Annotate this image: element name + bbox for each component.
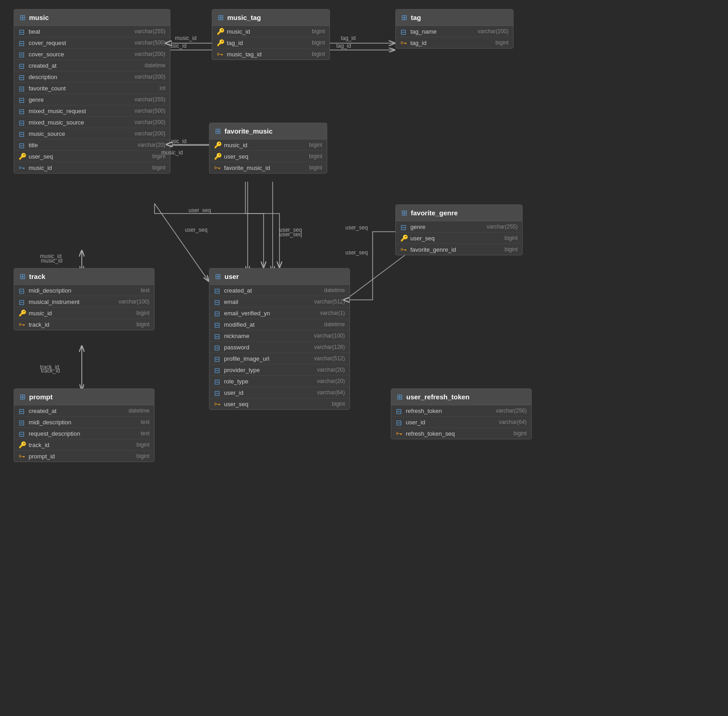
- field-prompt-id-icon: 🗝: [19, 452, 26, 460]
- field-mixed-music-request-icon: ⊟: [19, 107, 26, 114]
- field-track-musical-instrument: ⊟ musical_instrument varchar(100): [14, 296, 154, 308]
- field-title: ⊟ title varchar(20): [14, 139, 170, 151]
- field-cover-source-icon: ⊟: [19, 50, 26, 58]
- table-tag-icon: ⊞: [401, 13, 407, 22]
- field-mixed-music-source-icon: ⊟: [19, 119, 26, 126]
- field-user-modified-at-icon: ⊟: [214, 321, 221, 328]
- field-track-id-icon: 🗝: [19, 321, 26, 328]
- svg-text:user_seq: user_seq: [279, 227, 302, 233]
- field-fg-favorite-genre-id: 🗝 favorite_genre_id bigint: [396, 244, 522, 255]
- field-genre-icon: ⊟: [19, 96, 26, 103]
- field-track-music-id: 🔑 music_id bigint: [14, 308, 154, 319]
- field-prompt-midi-desc-icon: ⊟: [19, 418, 26, 426]
- table-prompt-icon: ⊞: [20, 393, 25, 401]
- field-fg-user-seq-icon: 🔑: [400, 234, 408, 242]
- field-urt-user-id: ⊟ user_id varchar(64): [391, 417, 531, 428]
- field-tag-id: 🗝 tag_id bigint: [396, 37, 513, 48]
- table-user-refresh-token-header: ⊞ user_refresh_token: [391, 389, 531, 405]
- field-prompt-track-id-icon: 🔑: [19, 441, 26, 448]
- field-user-nickname: ⊟ nickname varchar(100): [209, 330, 349, 342]
- svg-text:track_id: track_id: [41, 368, 60, 374]
- field-user-profile-image: ⊟ profile_image_url varchar(512): [209, 353, 349, 364]
- field-created-at-icon: ⊟: [19, 62, 26, 69]
- field-mt-music-tag-id-icon: 🗝: [217, 50, 224, 58]
- field-user-role-type: ⊟ role_type varchar(20): [209, 376, 349, 387]
- svg-text:music_id: music_id: [175, 35, 196, 41]
- svg-text:user_seq: user_seq: [279, 231, 302, 238]
- field-favorite-count-icon: ⊟: [19, 85, 26, 92]
- field-urt-refresh-token-seq-icon: 🗝: [396, 430, 403, 437]
- field-user-user-id: ⊟ user_id varchar(64): [209, 387, 349, 398]
- table-track-icon: ⊞: [20, 272, 25, 281]
- field-user-provider-type: ⊟ provider_type varchar(20): [209, 364, 349, 376]
- table-favorite-music-header: ⊞ favorite_music: [209, 123, 327, 139]
- field-fm-favorite-music-id-icon: 🗝: [214, 164, 221, 171]
- table-favorite-music: ⊞ favorite_music 🔑 music_id bigint 🔑 use…: [209, 123, 327, 174]
- svg-line-9: [345, 252, 409, 300]
- field-fm-user-seq: 🔑 user_seq bigint: [209, 151, 327, 162]
- svg-text:user_seq: user_seq: [345, 249, 368, 256]
- field-fm-user-seq-icon: 🔑: [214, 153, 221, 160]
- field-mt-tag-id: 🔑 tag_id bigint: [212, 37, 329, 49]
- field-prompt-created-at-icon: ⊟: [19, 407, 26, 414]
- field-genre: ⊟ genre varchar(255): [14, 94, 170, 105]
- svg-text:music_id: music_id: [40, 253, 61, 259]
- field-track-id: 🗝 track_id bigint: [14, 319, 154, 330]
- table-music-title: music: [29, 14, 49, 21]
- field-track-musical-instrument-icon: ⊟: [19, 298, 26, 305]
- svg-text:user_seq: user_seq: [189, 207, 211, 214]
- table-user-refresh-token-icon: ⊞: [397, 393, 403, 401]
- diagram-canvas: music_id tag_id music_id user_seq user_s…: [0, 0, 728, 716]
- field-cover-source: ⊟ cover_source varchar(200): [14, 49, 170, 60]
- field-music-user-seq: 🔑 user_seq bigint: [14, 151, 170, 162]
- table-tag: ⊞ tag ⊟ tag_name varchar(200) 🗝 tag_id b…: [395, 9, 514, 49]
- table-music-header: ⊞ music: [14, 10, 170, 26]
- field-music-source-icon: ⊟: [19, 130, 26, 137]
- field-fg-favorite-genre-id-icon: 🗝: [400, 246, 408, 253]
- field-prompt-request-desc-icon: ⊟: [19, 430, 26, 437]
- field-music-id-icon: 🗝: [19, 164, 26, 171]
- field-user-password-icon: ⊟: [214, 343, 221, 351]
- field-urt-refresh-token: ⊟ refresh_token varchar(256): [391, 405, 531, 417]
- table-favorite-music-icon: ⊞: [215, 127, 221, 135]
- field-mt-tag-id-icon: 🔑: [217, 39, 224, 46]
- field-track-midi-desc-icon: ⊟: [19, 287, 26, 294]
- table-tag-title: tag: [411, 14, 421, 21]
- field-user-email: ⊟ email varchar(512): [209, 296, 349, 308]
- table-track: ⊞ track ⊟ midi_description text ⊟ musica…: [14, 268, 155, 330]
- table-favorite-genre-header: ⊞ favorite_genre: [396, 205, 522, 221]
- field-created-at: ⊟ created_at datetime: [14, 60, 170, 71]
- field-beat-icon: ⊟: [19, 28, 26, 35]
- field-music-source: ⊟ music_source varchar(200): [14, 128, 170, 139]
- field-tag-name-icon: ⊟: [400, 28, 408, 35]
- field-prompt-request-desc: ⊟ request_description text: [14, 428, 154, 439]
- table-favorite-genre-title: favorite_genre: [411, 209, 458, 217]
- field-urt-refresh-token-seq: 🗝 refresh_token_seq bigint: [391, 428, 531, 439]
- field-fm-music-id: 🔑 music_id bigint: [209, 139, 327, 151]
- table-track-title: track: [29, 273, 45, 280]
- table-user-header: ⊞ user: [209, 268, 349, 285]
- table-music-tag-icon: ⊞: [218, 13, 224, 22]
- table-music: ⊞ music ⊟ beat varchar(255) ⊟ cover_requ…: [14, 9, 170, 174]
- field-music-id: 🗝 music_id bigint: [14, 162, 170, 173]
- field-mt-music-id-icon: 🔑: [217, 28, 224, 35]
- svg-text:tag_id: tag_id: [336, 43, 351, 49]
- field-title-icon: ⊟: [19, 141, 26, 149]
- field-user-profile-image-icon: ⊟: [214, 355, 221, 362]
- field-prompt-created-at: ⊟ created_at datetime: [14, 405, 154, 417]
- field-mt-music-id: 🔑 music_id bigint: [212, 26, 329, 37]
- field-track-midi-desc: ⊟ midi_description text: [14, 285, 154, 296]
- field-fg-genre-icon: ⊟: [400, 223, 408, 230]
- field-user-role-type-icon: ⊟: [214, 378, 221, 385]
- table-user-refresh-token: ⊞ user_refresh_token ⊟ refresh_token var…: [391, 388, 532, 439]
- field-user-created-at: ⊟ created_at datetime: [209, 285, 349, 296]
- field-tag-name: ⊟ tag_name varchar(200): [396, 26, 513, 37]
- field-fg-user-seq: 🔑 user_seq bigint: [396, 233, 522, 244]
- field-favorite-count: ⊟ favorite_count int: [14, 83, 170, 94]
- table-favorite-genre-icon: ⊞: [401, 209, 407, 217]
- field-prompt-id: 🗝 prompt_id bigint: [14, 451, 154, 462]
- field-prompt-track-id: 🔑 track_id bigint: [14, 439, 154, 451]
- field-cover-request-icon: ⊟: [19, 39, 26, 46]
- field-user-user-id-icon: ⊟: [214, 389, 221, 396]
- table-user: ⊞ user ⊟ created_at datetime ⊟ email var…: [209, 268, 350, 410]
